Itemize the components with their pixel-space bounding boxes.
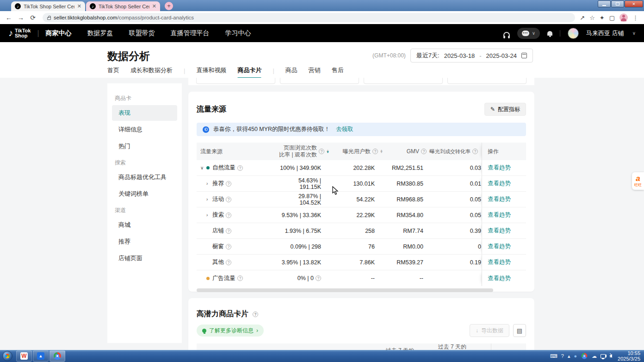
expand-icon[interactable]: › xyxy=(206,181,212,186)
col-gmv[interactable]: GMV ? ▲▼ xyxy=(387,146,435,156)
minimize-button[interactable] xyxy=(598,0,611,7)
sidebar-item-performance[interactable]: 表现 xyxy=(112,105,177,121)
collapse-icon[interactable]: ∨ xyxy=(200,165,206,170)
start-button[interactable] xyxy=(2,351,12,361)
help-icon[interactable]: ? xyxy=(226,260,231,265)
view-trend-link[interactable]: 查看趋势 xyxy=(488,211,511,219)
help-icon[interactable]: ? xyxy=(226,212,231,218)
export-data-button[interactable]: ↓ 导出数据 xyxy=(470,324,509,337)
address-bar[interactable]: seller.tiktokglobalshop.com/compass/prod… xyxy=(43,13,575,22)
help-icon[interactable]: ? xyxy=(237,165,243,171)
help-icon[interactable]: ? xyxy=(226,197,231,202)
tab-live-video[interactable]: 直播和视频 xyxy=(196,66,226,79)
nav-item-learning[interactable]: 学习中心 xyxy=(225,29,251,37)
sidebar-item-title-optimizer[interactable]: 商品标题优化工具 xyxy=(112,169,177,185)
sidebar-item-recommend[interactable]: 推荐 xyxy=(112,234,177,250)
help-icon[interactable]: ? xyxy=(372,149,378,154)
expand-icon[interactable]: › xyxy=(206,197,212,202)
banner-text: 恭喜你，获得450 MYR的限时优惠券待领取！ xyxy=(213,125,330,133)
message-pill[interactable]: ••• ∨ xyxy=(517,28,540,39)
view-trend-link[interactable]: 查看趋势 xyxy=(488,275,511,282)
tab-close-icon[interactable]: ✕ xyxy=(152,3,156,9)
tab-growth-analytics[interactable]: 成长和数据分析 xyxy=(130,66,173,79)
view-trend-link[interactable]: 查看趋势 xyxy=(488,195,511,203)
chrome-tray-icon[interactable] xyxy=(582,353,588,359)
scrollbar-thumb[interactable] xyxy=(197,288,493,292)
forward-icon[interactable]: → xyxy=(16,14,26,21)
nav-item-data-compass[interactable]: 数据罗盘 xyxy=(87,29,113,37)
sidebar-item-keyword-ranking[interactable]: 关键词榜单 xyxy=(112,186,177,202)
sort-icon[interactable]: ▲▼ xyxy=(326,150,329,154)
shop-avatar[interactable] xyxy=(568,28,579,39)
nav-item-live-manage[interactable]: 直播管理平台 xyxy=(171,29,210,37)
new-tab-button[interactable]: + xyxy=(165,2,173,10)
volume-tray-icon[interactable] xyxy=(609,354,612,358)
bookmark-star-icon[interactable]: ☆ xyxy=(589,14,595,21)
back-icon[interactable]: ← xyxy=(4,14,14,21)
horizontal-scrollbar[interactable] xyxy=(197,288,526,292)
support-headset-icon[interactable] xyxy=(503,32,510,36)
sidebar-item-shop-page[interactable]: 店铺页面 xyxy=(112,250,177,266)
browser-menu-icon[interactable]: ⋮ xyxy=(632,14,638,21)
col-conversion-rate[interactable]: 曝光到成交转化率 ? xyxy=(435,146,482,157)
keyboard-tray-icon[interactable]: ⌨ xyxy=(550,353,557,359)
taskbar-wps-app[interactable]: W xyxy=(16,350,32,362)
profile-avatar[interactable] xyxy=(619,13,628,22)
view-trend-link[interactable]: 查看趋势 xyxy=(488,227,511,235)
row-name: 店铺 xyxy=(212,227,224,235)
nav-item-affiliate[interactable]: 联盟带货 xyxy=(129,29,155,37)
browser-tab-1[interactable]: ♪ TikTok Shop Seller Center | Cr ✕ xyxy=(11,1,85,11)
help-icon[interactable]: ? xyxy=(421,149,427,154)
share-icon[interactable]: ↗ xyxy=(580,14,585,21)
tab-marketing[interactable]: 营销 xyxy=(309,66,321,79)
nav-item-seller-center[interactable]: 商家中心 xyxy=(46,29,72,37)
view-trend-link[interactable]: 查看趋势 xyxy=(488,258,511,266)
view-trend-link[interactable]: 查看趋势 xyxy=(488,243,511,250)
diagnose-pill[interactable]: 了解更多诊断信息 › xyxy=(197,325,264,337)
tab-aftersale[interactable]: 售后 xyxy=(332,66,344,79)
date-range-picker[interactable]: 最近7天: 2025-03-18 - 2025-03-24 xyxy=(410,49,533,62)
extensions-icon[interactable]: ✦ xyxy=(600,14,605,21)
help-icon[interactable]: ? xyxy=(316,275,321,281)
help-icon[interactable]: ? xyxy=(472,149,478,154)
sidebar-item-trending[interactable]: 热门 xyxy=(112,138,177,154)
side-panel-icon[interactable]: ▢ xyxy=(609,14,615,21)
help-icon[interactable]: ? xyxy=(226,228,231,234)
close-button[interactable]: ✕ xyxy=(625,0,643,7)
maximize-button[interactable] xyxy=(611,0,624,7)
tab-product[interactable]: 商品 xyxy=(285,66,297,79)
configure-metrics-button[interactable]: ✎ 配置指标 xyxy=(484,103,526,116)
help-icon[interactable]: ? xyxy=(319,149,324,154)
app-tray-icon[interactable]: ● xyxy=(574,353,577,359)
shop-name[interactable]: 马来西亚 店铺 xyxy=(586,29,624,37)
tab-product-card[interactable]: 商品卡片 xyxy=(237,66,261,79)
notifications-bell-icon[interactable] xyxy=(547,31,552,36)
taskbar-chrome-app[interactable] xyxy=(50,350,65,362)
tab-home[interactable]: 首页 xyxy=(107,66,119,79)
tiktok-shop-logo[interactable]: ♪ TikTokShop xyxy=(8,28,31,38)
list-view-button[interactable]: ▤ xyxy=(513,324,526,337)
help-icon[interactable]: ? xyxy=(253,312,258,317)
tab-close-icon[interactable]: ✕ xyxy=(77,3,81,9)
view-trend-link[interactable]: 查看趋势 xyxy=(488,164,511,172)
help-tray-icon[interactable]: ? xyxy=(561,353,564,359)
claim-coupon-link[interactable]: 去领取 xyxy=(336,125,353,133)
col-impression-users[interactable]: 曝光用户数 ? ▲▼ xyxy=(333,146,387,157)
sidebar-item-mall[interactable]: 商城 xyxy=(112,217,177,233)
sort-icon[interactable]: ▲▼ xyxy=(380,150,383,154)
tray-expand-icon[interactable]: ▴ xyxy=(568,353,570,359)
view-trend-link[interactable]: 查看趋势 xyxy=(488,180,511,187)
help-icon[interactable]: ? xyxy=(226,181,231,187)
help-icon[interactable]: ? xyxy=(237,275,243,281)
taskbar-clock[interactable]: 10:55 2025/3/25 xyxy=(618,350,640,362)
col-pageview-ratio[interactable]: 页面浏览次数比率 | 观看次数 ? ▲▼ xyxy=(275,143,333,160)
cloud-tray-icon[interactable]: ☁ xyxy=(592,353,597,359)
sidebar-item-details[interactable]: 详细信息 xyxy=(112,122,177,137)
help-icon[interactable]: ? xyxy=(226,244,231,250)
expand-icon[interactable]: › xyxy=(206,212,212,218)
aliwangwang-float-widget[interactable]: a 旺旺 xyxy=(632,172,644,190)
browser-tab-2[interactable]: ♪ TikTok Shop Seller Center | Cr ✕ xyxy=(86,1,160,11)
refresh-icon[interactable]: ⟳ xyxy=(28,14,38,21)
cvr-cell: 0.05 xyxy=(435,196,482,203)
taskbar-meeting-app[interactable]: ▲ xyxy=(33,350,49,362)
